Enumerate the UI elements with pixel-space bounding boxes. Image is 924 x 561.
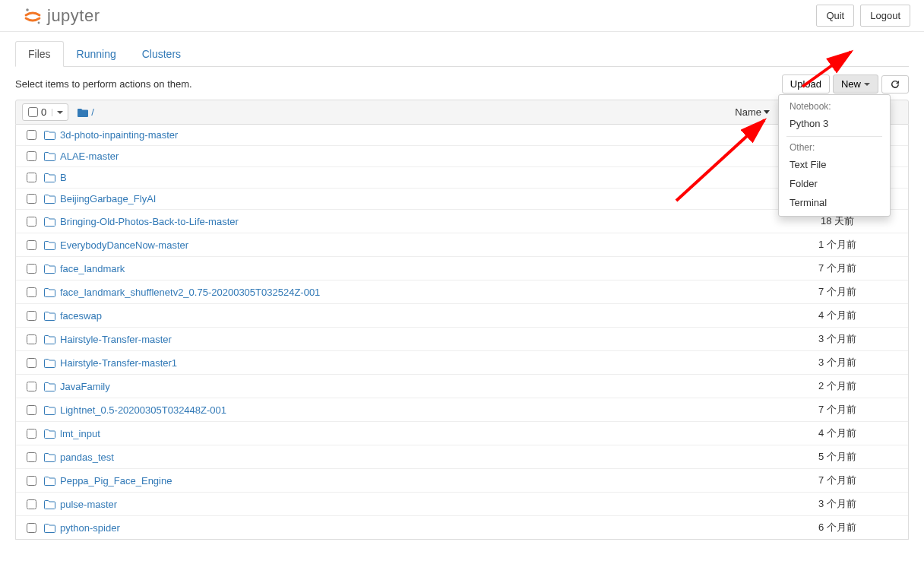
folder-icon — [44, 151, 55, 161]
file-link[interactable]: pulse-master — [60, 499, 117, 510]
file-checkbox[interactable] — [27, 405, 36, 415]
file-link[interactable]: EverybodyDanceNow-master — [60, 239, 188, 251]
folder-icon — [44, 311, 55, 321]
file-row: pulse-master3 个月前 — [16, 492, 908, 515]
file-checkbox[interactable] — [27, 429, 36, 439]
file-link[interactable]: JavaFamily — [60, 381, 110, 392]
folder-icon — [44, 405, 55, 415]
folder-icon — [44, 452, 55, 462]
file-link[interactable]: ALAE-master — [60, 151, 119, 162]
file-row: ALAE-master — [16, 145, 908, 166]
file-link[interactable]: face_landmark_shufflenetv2_0.75-20200305… — [60, 287, 320, 298]
logout-button[interactable]: Logout — [860, 5, 910, 27]
logo-text: jupyter — [47, 6, 100, 26]
folder-icon — [44, 476, 55, 486]
file-checkbox[interactable] — [27, 311, 36, 321]
folder-icon — [44, 130, 55, 140]
file-checkbox[interactable] — [27, 130, 36, 140]
quit-button[interactable]: Quit — [816, 5, 854, 27]
file-link[interactable]: Peppa_Pig_Face_Engine — [60, 475, 172, 487]
file-modified: 5 个月前 — [773, 450, 902, 464]
folder-icon — [44, 240, 55, 250]
file-row: python-spider6 个月前 — [16, 515, 908, 539]
file-row: Bringing-Old-Photos-Back-to-Life-master1… — [16, 209, 908, 233]
folder-icon — [78, 108, 88, 117]
dropdown-item-terminal[interactable]: Terminal — [779, 193, 890, 212]
tab-clusters[interactable]: Clusters — [129, 41, 194, 67]
svg-point-1 — [38, 21, 40, 24]
main-tabs: Files Running Clusters — [15, 41, 909, 67]
file-modified: 3 个月前 — [773, 332, 902, 346]
file-link[interactable]: face_landmark — [60, 263, 125, 274]
upload-button[interactable]: Upload — [782, 74, 830, 94]
file-link[interactable]: Hairstyle-Transfer-master — [60, 334, 172, 345]
file-checkbox[interactable] — [27, 240, 36, 250]
file-link[interactable]: BeijingGarbage_FlyAI — [60, 193, 156, 204]
file-checkbox[interactable] — [27, 452, 36, 462]
folder-icon — [44, 382, 55, 391]
selected-count: 0 — [41, 106, 46, 118]
file-checkbox[interactable] — [27, 382, 36, 391]
new-button[interactable]: New — [833, 74, 878, 94]
file-modified: 4 个月前 — [773, 426, 902, 440]
dropdown-item-python3[interactable]: Python 3 — [779, 114, 890, 133]
file-link[interactable]: Lightnet_0.5-20200305T032448Z-001 — [60, 404, 226, 416]
file-checkbox[interactable] — [27, 523, 36, 533]
file-link[interactable]: Hairstyle-Transfer-master1 — [60, 357, 177, 369]
toolbar-right: Upload New Notebook: Python 3 Other: Tex… — [782, 74, 909, 94]
dropdown-other-header: Other: — [779, 140, 890, 155]
file-modified: 4 个月前 — [773, 309, 902, 322]
jupyter-logo[interactable]: jupyter — [23, 6, 100, 26]
select-all-caret[interactable] — [52, 109, 68, 116]
file-checkbox[interactable] — [27, 264, 36, 274]
file-modified: 3 个月前 — [773, 497, 902, 511]
refresh-button[interactable] — [881, 75, 909, 94]
file-row: face_landmark_shufflenetv2_0.75-20200305… — [16, 280, 908, 303]
select-all-check-part[interactable]: 0 — [23, 104, 52, 120]
file-checkbox[interactable] — [27, 358, 36, 368]
file-modified: 1 个月前 — [773, 238, 902, 252]
tab-running[interactable]: Running — [64, 41, 129, 67]
file-row: pandas_test5 个月前 — [16, 445, 908, 468]
file-row: Peppa_Pig_Face_Engine7 个月前 — [16, 468, 908, 492]
file-checkbox[interactable] — [27, 287, 36, 297]
dropdown-item-folder[interactable]: Folder — [779, 174, 890, 193]
file-link[interactable]: B — [60, 172, 67, 183]
dropdown-notebook-header: Notebook: — [779, 99, 890, 114]
file-list-header: 0 / Name te — [15, 100, 909, 125]
breadcrumb-root: / — [91, 106, 94, 118]
caret-down-icon — [864, 83, 870, 86]
new-dropdown-menu: Notebook: Python 3 Other: Text File Fold… — [778, 94, 891, 217]
file-row: Hairstyle-Transfer-master3 个月前 — [16, 327, 908, 350]
sort-arrow-icon — [764, 110, 770, 114]
folder-icon — [44, 194, 55, 204]
file-link[interactable]: faceswap — [60, 310, 102, 322]
file-link[interactable]: pandas_test — [60, 452, 114, 463]
folder-icon — [44, 523, 55, 533]
file-checkbox[interactable] — [27, 173, 36, 182]
dropdown-divider — [786, 136, 882, 137]
file-checkbox[interactable] — [27, 194, 36, 204]
file-checkbox[interactable] — [27, 499, 36, 509]
select-all-group[interactable]: 0 — [22, 103, 68, 121]
file-checkbox[interactable] — [27, 217, 36, 227]
file-checkbox[interactable] — [27, 334, 36, 344]
new-button-label: New — [841, 78, 861, 90]
file-row: B — [16, 166, 908, 188]
folder-icon — [44, 429, 55, 439]
file-checkbox[interactable] — [27, 476, 36, 486]
folder-icon — [44, 334, 55, 344]
dropdown-item-textfile[interactable]: Text File — [779, 155, 890, 174]
tab-files[interactable]: Files — [15, 41, 64, 67]
file-link[interactable]: python-spider — [60, 522, 120, 534]
file-link[interactable]: 3d-photo-inpainting-master — [60, 129, 178, 141]
breadcrumb[interactable]: / — [78, 106, 94, 118]
file-modified: 7 个月前 — [773, 285, 902, 299]
column-name-header[interactable]: Name — [735, 106, 773, 118]
file-checkbox[interactable] — [27, 151, 36, 161]
select-all-checkbox[interactable] — [28, 107, 38, 117]
file-row: Lightnet_0.5-20200305T032448Z-0017 个月前 — [16, 398, 908, 421]
file-link[interactable]: Bringing-Old-Photos-Back-to-Life-master — [60, 216, 239, 227]
file-link[interactable]: lmt_input — [60, 428, 100, 439]
file-modified: 6 个月前 — [773, 521, 902, 534]
